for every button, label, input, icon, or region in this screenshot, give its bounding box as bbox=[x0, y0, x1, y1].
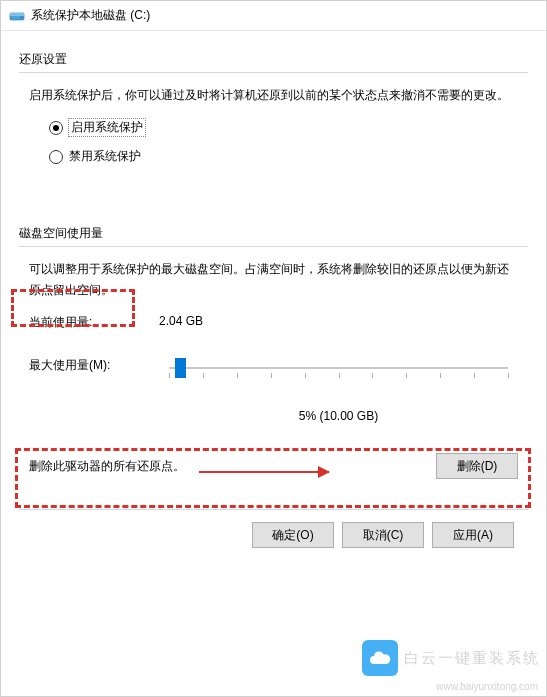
delete-description: 删除此驱动器的所有还原点。 bbox=[29, 458, 185, 475]
ok-button[interactable]: 确定(O) bbox=[252, 522, 334, 548]
radio-icon bbox=[49, 150, 63, 164]
svg-point-2 bbox=[21, 16, 23, 18]
radio-enable-protection[interactable]: 启用系统保护 bbox=[49, 119, 528, 136]
radio-enable-label: 启用系统保护 bbox=[69, 119, 145, 136]
titlebar: 系统保护本地磁盘 (C:) bbox=[1, 1, 546, 31]
divider bbox=[19, 72, 528, 73]
apply-button[interactable]: 应用(A) bbox=[432, 522, 514, 548]
radio-disable-label: 禁用系统保护 bbox=[69, 148, 141, 165]
radio-disable-protection[interactable]: 禁用系统保护 bbox=[49, 148, 528, 165]
current-usage-value: 2.04 GB bbox=[159, 314, 203, 331]
restore-radio-group: 启用系统保护 禁用系统保护 bbox=[49, 119, 528, 165]
slider-value-display: 5% (10.00 GB) bbox=[159, 409, 518, 423]
disk-description: 可以调整用于系统保护的最大磁盘空间。占满空间时，系统将删除较旧的还原点以便为新还… bbox=[29, 259, 518, 300]
max-usage-row: 最大使用量(M): 5% (10.00 GB) bbox=[29, 353, 518, 423]
dialog-content: 还原设置 启用系统保护后，你可以通过及时将计算机还原到以前的某个状态点来撤消不需… bbox=[1, 31, 546, 560]
watermark-text: 白云一键重装系统 bbox=[404, 649, 540, 668]
restore-group-label: 还原设置 bbox=[19, 51, 528, 68]
watermark: 白云一键重装系统 www.baiyunxitong.com bbox=[362, 640, 540, 676]
cancel-button[interactable]: 取消(C) bbox=[342, 522, 424, 548]
delete-section: 删除此驱动器的所有还原点。 删除(D) bbox=[19, 453, 528, 479]
svg-rect-1 bbox=[10, 13, 24, 16]
divider bbox=[19, 246, 528, 247]
disk-group-label: 磁盘空间使用量 bbox=[19, 225, 528, 242]
delete-button[interactable]: 删除(D) bbox=[436, 453, 518, 479]
current-usage-label: 当前使用量: bbox=[29, 314, 159, 331]
disk-usage-section: 磁盘空间使用量 可以调整用于系统保护的最大磁盘空间。占满空间时，系统将删除较旧的… bbox=[19, 225, 528, 479]
watermark-url: www.baiyunxitong.com bbox=[436, 681, 538, 692]
slider-ticks bbox=[169, 373, 508, 379]
footer-buttons: 确定(O) 取消(C) 应用(A) bbox=[19, 522, 528, 548]
footer-divider bbox=[19, 509, 528, 510]
slider-track bbox=[169, 367, 508, 369]
slider-thumb[interactable] bbox=[175, 358, 186, 378]
current-usage-row: 当前使用量: 2.04 GB bbox=[29, 314, 518, 331]
system-protection-dialog: 系统保护本地磁盘 (C:) 还原设置 启用系统保护后，你可以通过及时将计算机还原… bbox=[0, 0, 547, 697]
cloud-logo-icon bbox=[362, 640, 398, 676]
max-usage-slider[interactable] bbox=[159, 357, 518, 381]
max-usage-label: 最大使用量(M): bbox=[29, 353, 159, 374]
drive-icon bbox=[9, 8, 25, 24]
restore-description: 启用系统保护后，你可以通过及时将计算机还原到以前的某个状态点来撤消不需要的更改。 bbox=[29, 85, 518, 105]
radio-icon bbox=[49, 121, 63, 135]
window-title: 系统保护本地磁盘 (C:) bbox=[31, 7, 150, 24]
